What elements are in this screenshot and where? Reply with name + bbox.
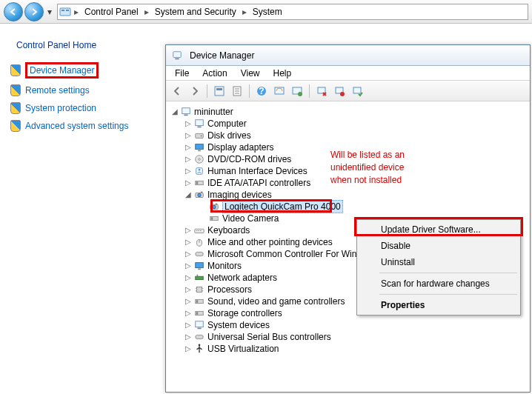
menu-help[interactable]: Help <box>267 67 298 80</box>
category-icon <box>193 177 205 189</box>
toolbar-update-driver-button[interactable] <box>289 83 305 99</box>
category-icon <box>193 189 205 201</box>
svg-rect-22 <box>196 120 204 126</box>
svg-rect-5 <box>215 87 224 96</box>
svg-rect-26 <box>196 144 204 150</box>
expand-icon[interactable]: ▷ <box>184 118 193 130</box>
tree-category-label: IDE ATA/ATAPI controllers <box>207 177 310 189</box>
svg-rect-61 <box>196 312 199 315</box>
explorer-header: ▾ ▸ Control Panel ▸ System and Security … <box>0 0 532 24</box>
forward-button[interactable] <box>24 2 44 21</box>
svg-rect-16 <box>318 87 325 93</box>
collapse-icon[interactable]: ◢ <box>184 189 193 201</box>
tree-category-label: Human Interface Devices <box>207 165 307 177</box>
context-properties[interactable]: Properties <box>359 297 519 313</box>
advanced-system-settings-link[interactable]: Advanced system settings <box>25 121 128 131</box>
expand-icon[interactable]: ▷ <box>184 307 193 319</box>
system-protection-link[interactable]: System protection <box>25 103 96 113</box>
svg-text:?: ? <box>259 86 264 96</box>
expand-icon[interactable]: ▷ <box>184 141 193 153</box>
category-icon <box>193 319 205 331</box>
expand-icon[interactable]: ▷ <box>184 343 193 355</box>
nav-history-dropdown[interactable]: ▾ <box>45 2 54 21</box>
svg-rect-19 <box>353 87 361 93</box>
shield-icon <box>10 64 21 76</box>
expand-icon[interactable]: ▷ <box>184 130 193 141</box>
context-disable[interactable]: Disable <box>359 238 519 254</box>
toolbar-show-hidden-button[interactable] <box>211 83 227 99</box>
chevron-right-icon[interactable]: ▸ <box>241 7 248 17</box>
expand-icon[interactable]: ▷ <box>184 165 193 177</box>
expand-icon[interactable]: ▷ <box>184 248 193 260</box>
remote-settings-link[interactable]: Remote settings <box>25 85 90 96</box>
toolbar-scan-button[interactable] <box>271 83 287 99</box>
svg-point-65 <box>199 344 201 346</box>
svg-rect-63 <box>197 328 201 330</box>
control-panel-sidebar: Control Panel Home Device Manager Remote… <box>0 24 165 394</box>
tree-category-label: Computer <box>207 118 247 130</box>
expand-icon[interactable]: ▷ <box>184 319 193 331</box>
svg-rect-53 <box>197 287 202 293</box>
annotation-highlight <box>354 217 523 236</box>
tree-root[interactable]: ◢ mininutter <box>170 106 530 118</box>
tree-category-label: DVD/CD-ROM drives <box>207 153 291 165</box>
category-icon <box>193 165 205 177</box>
tree-category[interactable]: ▷Universal Serial Bus controllers <box>184 331 530 343</box>
svg-rect-52 <box>197 275 199 277</box>
expand-icon[interactable]: ▷ <box>184 284 193 296</box>
toolbar-uninstall-button[interactable] <box>313 83 330 99</box>
tree-category-label: Disk drives <box>207 130 251 141</box>
svg-rect-20 <box>182 108 190 114</box>
breadcrumb-item[interactable]: System <box>250 4 285 19</box>
tree-category-label: Mice and other pointing devices <box>207 236 333 248</box>
device-manager-link[interactable]: Device Manager <box>30 65 94 76</box>
category-icon <box>193 260 205 272</box>
tree-category-label: Network adapters <box>207 272 277 284</box>
menu-file[interactable]: File <box>169 67 195 80</box>
computer-icon <box>180 106 192 118</box>
tree-category[interactable]: ▷Disk drives <box>184 130 530 141</box>
context-uninstall[interactable]: Uninstall <box>359 254 519 270</box>
menu-view[interactable]: View <box>235 67 266 80</box>
tree-category-label: Sound, video and game controllers <box>207 296 345 307</box>
category-icon <box>193 153 205 165</box>
toolbar-back-button[interactable] <box>169 83 185 99</box>
chevron-right-icon[interactable]: ▸ <box>143 7 150 17</box>
expand-icon[interactable]: ▷ <box>184 224 193 236</box>
tree-category[interactable]: ▷System devices <box>184 319 530 331</box>
expand-icon[interactable]: ▷ <box>184 260 193 272</box>
device-manager-titlebar[interactable]: Device Manager <box>166 45 530 66</box>
breadcrumb-item[interactable]: Control Panel <box>82 4 142 19</box>
chevron-right-icon[interactable]: ▸ <box>73 7 80 17</box>
menu-action[interactable]: Action <box>196 67 233 80</box>
expand-icon[interactable]: ▷ <box>184 296 193 307</box>
category-icon <box>193 284 205 296</box>
collapse-icon[interactable]: ◢ <box>170 106 179 118</box>
context-scan-hardware[interactable]: Scan for hardware changes <box>359 276 519 292</box>
expand-icon[interactable]: ▷ <box>184 177 193 189</box>
breadcrumb-item[interactable]: System and Security <box>152 4 239 19</box>
expand-icon[interactable]: ▷ <box>184 153 193 165</box>
svg-rect-62 <box>196 321 204 327</box>
nav-buttons: ▾ <box>4 2 54 21</box>
expand-icon[interactable]: ▷ <box>184 331 193 343</box>
svg-rect-51 <box>196 276 204 279</box>
svg-point-35 <box>198 193 201 196</box>
toolbar-disable-button[interactable] <box>331 83 348 99</box>
toolbar-properties-button[interactable] <box>229 83 245 99</box>
back-button[interactable] <box>4 2 23 21</box>
category-icon <box>193 272 205 284</box>
toolbar-enable-button[interactable] <box>349 83 365 99</box>
tree-category[interactable]: ▷USB Virtualization <box>184 343 530 355</box>
device-manager-icon <box>171 50 183 61</box>
control-panel-home-link[interactable]: Control Panel Home <box>16 40 158 50</box>
toolbar-help-button[interactable]: ? <box>253 83 270 99</box>
category-icon <box>193 141 205 153</box>
device-icon <box>208 213 220 224</box>
expand-icon[interactable]: ▷ <box>184 236 193 248</box>
expand-icon[interactable]: ▷ <box>184 272 193 284</box>
address-bar[interactable]: ▸ Control Panel ▸ System and Security ▸ … <box>57 4 528 20</box>
tree-category[interactable]: ▷Computer <box>184 118 530 130</box>
svg-rect-0 <box>60 8 70 16</box>
toolbar-forward-button[interactable] <box>187 83 203 99</box>
